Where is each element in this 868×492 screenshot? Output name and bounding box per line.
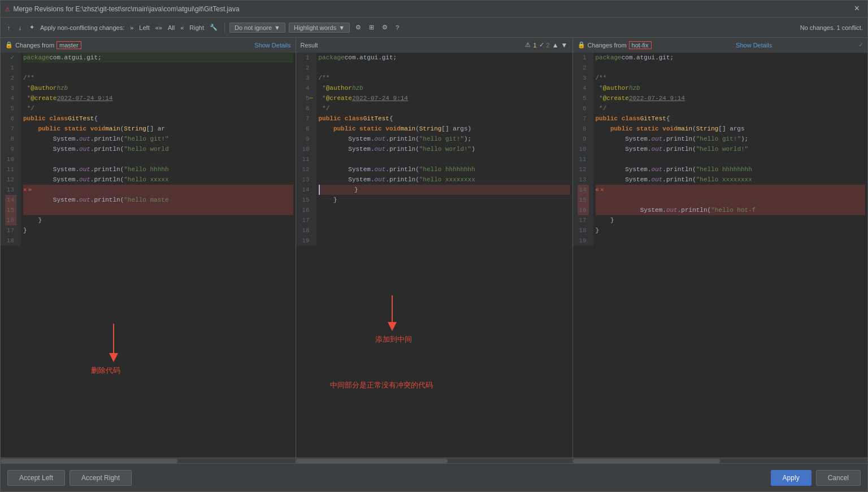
center-line-4: * @author hzb (319, 83, 570, 93)
conflict-append-icon[interactable]: » (28, 185, 32, 195)
delete-code-label: 删除代码 (91, 365, 159, 376)
merge-window: ⚠ Merge Revisions for E:\zhsz\git-test\s… (0, 0, 868, 492)
center-line-17 (319, 215, 570, 225)
left-lock-icon: 🔒 (5, 41, 13, 49)
center-line-12: System.out.println("hello hhhhhhhh (319, 164, 570, 175)
center-pane: Result ⚠ 1 ✓ 2 ▲ ▼ 1 2 3 4 5 (296, 38, 573, 463)
center-line-18 (319, 225, 570, 236)
cancel-button[interactable]: Cancel (816, 470, 861, 486)
left-line-18: } (23, 225, 293, 236)
status-text: No changes. 1 conflict. (800, 24, 863, 31)
right-line-3: /** (596, 73, 866, 83)
wrench-button[interactable]: 🔧 (207, 23, 220, 32)
center-line-numbers: 1 2 3 4 5 — 6 7 8 9 10 11 12 (296, 53, 316, 246)
left-show-details[interactable]: Show Details (254, 42, 290, 49)
dropdown-arrow: ▼ (274, 24, 280, 31)
right-pane: 🔒 Changes from hot-fix Show Details ✓ 1 … (573, 38, 868, 463)
right-conflict-left-icon[interactable]: « (596, 185, 600, 195)
left-line-9: System.out.println("hello git!" (23, 134, 293, 144)
right-line-9: System.out.println("hello git!"); (596, 134, 866, 144)
right-code-lines: package com.atgui.git; /** * @author hzb… (593, 53, 868, 246)
left-line-3: /** (23, 73, 293, 83)
left-label: Left (139, 24, 149, 31)
left-line-17: } (23, 215, 293, 225)
do-not-ignore-dropdown[interactable]: Do not ignore ▼ (229, 23, 285, 33)
center-code-area[interactable]: 1 2 3 4 5 — 6 7 8 9 10 11 12 (296, 53, 572, 458)
left-scrollbar[interactable] (1, 458, 296, 463)
right-line-17: } (596, 215, 866, 225)
right-line-5: * @create 2022-07-24 9:14 (596, 93, 866, 103)
check-count: 2 (546, 42, 550, 49)
magic-button[interactable]: ✦ (27, 23, 37, 32)
settings-btn[interactable]: ⚙ (353, 23, 363, 32)
left-line-6: */ (23, 103, 293, 114)
left-line-11 (23, 154, 293, 164)
right-show-details[interactable]: Show Details (736, 42, 772, 49)
gear2-btn[interactable]: ⚙ (380, 23, 390, 32)
accept-right-button[interactable]: Accept Right (70, 470, 132, 486)
right-line-1: package com.atgui.git; (596, 53, 866, 63)
right-line-13: System.out.println("hello xxxxxxxx (596, 175, 866, 185)
warning-icon: ⚠ (525, 41, 531, 49)
nav-up-button[interactable]: ▲ (552, 41, 559, 49)
right-line-18: } (596, 225, 866, 236)
left-line-14: ✕ » (23, 185, 293, 195)
right-label: Right (189, 24, 204, 31)
left-line-4: * @author hzb (23, 83, 293, 93)
middle-note: 中间部分是正常没有冲突的代码 (330, 380, 433, 390)
all-label: All (168, 24, 175, 31)
left-code-lines: package com.atgui.git; /** * @author hzb… (21, 53, 296, 246)
right-scrollbar[interactable] (573, 458, 868, 463)
close-button[interactable]: × (850, 3, 863, 15)
right-line-14: « ✕ (596, 185, 866, 195)
nav-down-button[interactable]: ▼ (561, 41, 568, 49)
left-line-12: System.out.println("hello hhhhh (23, 164, 293, 175)
left-pane: 🔒 Changes from master Show Details ✓ 1 2… (1, 38, 296, 463)
left-line-13: System.out.println("hello xxxxx (23, 175, 293, 185)
title-bar-left: ⚠ Merge Revisions for E:\zhsz\git-test\s… (5, 4, 240, 14)
right-line-7: public class GitTest { (596, 114, 866, 124)
double-left-button[interactable]: « (178, 23, 186, 32)
double-right-button[interactable]: » (128, 23, 136, 32)
conflict-x-icon[interactable]: ✕ (23, 185, 27, 195)
center-line-1: package com.atgui.git; (319, 53, 570, 63)
center-code-lines: package com.atgui.git; /** * @author hzb… (316, 53, 572, 246)
right-line-10: System.out.println("hello world!" (596, 144, 866, 154)
left-changes-from: Changes from (15, 42, 54, 49)
app-icon: ⚠ (5, 4, 10, 14)
left-code-area[interactable]: ✓ 1 2 3 4 5 6 7 8 9 10 11 12 13 (1, 53, 296, 458)
left-line-5: * @create 2022-07-24 9:14 (23, 93, 293, 103)
highlight-arrow: ▼ (338, 24, 345, 31)
up-arrow-button[interactable]: ↑ (5, 23, 13, 32)
highlight-words-dropdown[interactable]: Highlight words ▼ (289, 23, 350, 33)
help-btn[interactable]: ? (393, 23, 401, 32)
center-line-3: /** (319, 73, 570, 83)
right-code-area[interactable]: 1 2 3 4 5 6 7 8 9 10 11 12 13 14 (573, 53, 868, 458)
center-pane-header: Result ⚠ 1 ✓ 2 ▲ ▼ (296, 38, 572, 53)
right-pane-header: 🔒 Changes from hot-fix Show Details ✓ (573, 38, 868, 53)
center-line-11 (319, 154, 570, 164)
center-scrollbar[interactable] (296, 458, 572, 463)
right-line-12: System.out.println("hello hhhhhhhh (596, 164, 866, 175)
left-line-10: System.out.println("hello world (23, 144, 293, 154)
down-arrow-button[interactable]: ↓ (16, 23, 24, 32)
columns-btn[interactable]: ⊞ (367, 23, 376, 32)
all-button[interactable]: «» (153, 23, 164, 32)
right-code-content: 1 2 3 4 5 6 7 8 9 10 11 12 13 14 (573, 53, 868, 246)
left-line-15: System.out.println("hello maste (23, 195, 293, 205)
apply-button[interactable]: Apply (771, 470, 811, 486)
right-lock-icon: 🔒 (578, 41, 585, 49)
right-pane-title: 🔒 Changes from hot-fix (578, 41, 652, 49)
center-line-14: } (319, 185, 570, 195)
left-branch-name: master (57, 41, 81, 49)
center-line-2 (319, 63, 570, 73)
delete-code-annotation: 删除代码 (91, 324, 159, 376)
footer: Accept Left Accept Right Apply Cancel (1, 463, 867, 491)
center-line-8: public static void main(String[] args) (319, 124, 570, 134)
left-line-8: public static void main(String[] ar (23, 124, 293, 134)
pane-wrapper: 🔒 Changes from master Show Details ✓ 1 2… (1, 38, 867, 463)
conflict-nav: ⚠ 1 ✓ 2 ▲ ▼ (525, 41, 567, 49)
right-conflict-x-icon[interactable]: ✕ (600, 185, 604, 195)
accept-left-button[interactable]: Accept Left (7, 470, 65, 486)
middle-note-label: 中间部分是正常没有冲突的代码 (330, 381, 433, 389)
